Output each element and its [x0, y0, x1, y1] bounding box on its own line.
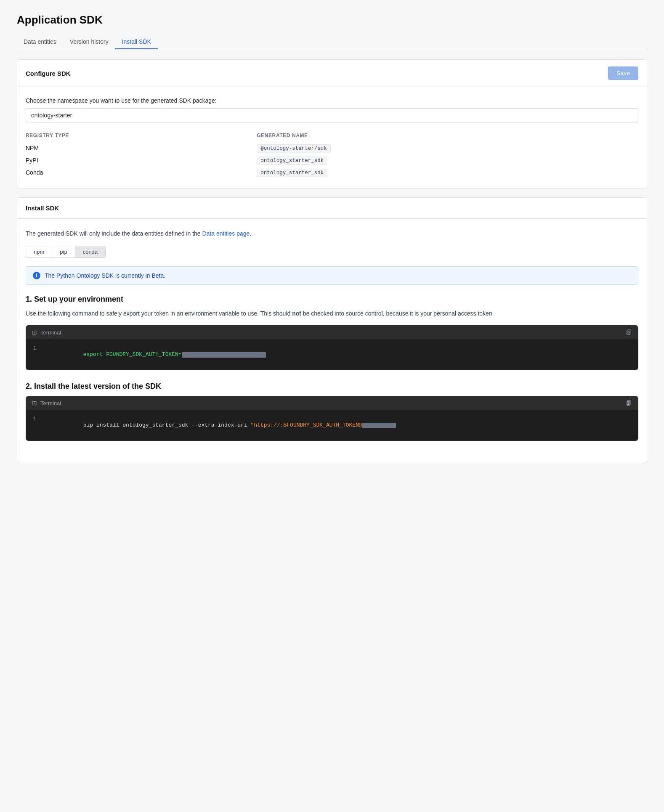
registry-row-pypi: PyPI ontology_starter_sdk [26, 154, 638, 166]
step1-desc-bold: not [292, 310, 301, 317]
package-tab-group: npm pip conda [26, 246, 638, 258]
copy-button-1[interactable]: 🗐 [626, 329, 632, 336]
line-num-1: 1 [33, 345, 39, 364]
terminal-header-left-1: ⊡ Terminal [32, 329, 61, 336]
step2-heading: 2. Install the latest version of the SDK [26, 382, 638, 391]
step1-description: Use the following command to safely expo… [26, 309, 638, 318]
data-entities-link[interactable]: Data entities page [202, 230, 250, 237]
token-redacted-2 [362, 423, 396, 428]
registry-table: Registry type Generated name NPM @ontolo… [26, 131, 638, 178]
tabs-nav: Data entities Version history Install SD… [17, 35, 647, 49]
registry-row-npm: NPM @ontology-starter/sdk [26, 142, 638, 154]
install-description: The generated SDK will only include the … [26, 229, 638, 238]
configure-sdk-card: Configure SDK Save Choose the namespace … [17, 59, 647, 189]
line-code-1: export FOUNDRY_SDK_AUTH_TOKEN= [44, 345, 266, 364]
terminal-icon-2: ⊡ [32, 400, 37, 406]
terminal-label-2: Terminal [40, 400, 61, 406]
beta-notice-banner: i The Python Ontology SDK is currently i… [26, 266, 638, 285]
page-title: Application SDK [17, 13, 647, 27]
pkg-tab-npm[interactable]: npm [26, 246, 52, 258]
install-sdk-card: Install SDK The generated SDK will only … [17, 197, 647, 463]
tab-data-entities[interactable]: Data entities [17, 35, 63, 49]
terminal-header-left-2: ⊡ Terminal [32, 400, 61, 406]
install-sdk-header: Install SDK [17, 198, 647, 219]
terminal-block-2: ⊡ Terminal 🗐 1 pip install ontology_star… [26, 396, 638, 441]
configure-sdk-title: Configure SDK [26, 70, 71, 77]
tab-version-history[interactable]: Version history [63, 35, 115, 49]
terminal-block-1: ⊡ Terminal 🗐 1 export FOUNDRY_SDK_AUTH_T… [26, 325, 638, 370]
namespace-input[interactable] [26, 108, 638, 122]
namespace-label: Choose the namespace you want to use for… [26, 97, 638, 104]
generated-name-header: Generated name [257, 131, 638, 142]
terminal-icon-1: ⊡ [32, 329, 37, 336]
step1-desc-after: be checked into source control, because … [301, 310, 494, 317]
save-button[interactable]: Save [608, 66, 638, 80]
registry-row-conda: Conda ontology_starter_sdk [26, 166, 638, 178]
beta-notice-text: The Python Ontology SDK is currently in … [45, 272, 165, 279]
token-url: "https://:$FOUNDRY_SDK_AUTH_TOKEN@ [251, 422, 362, 428]
pkg-tab-pip[interactable]: pip [52, 246, 74, 258]
generated-name-npm: @ontology-starter/sdk [257, 144, 331, 153]
terminal-header-2: ⊡ Terminal 🗐 [26, 396, 638, 410]
registry-type-npm: NPM [26, 142, 257, 154]
pkg-tab-conda[interactable]: conda [75, 246, 106, 258]
generated-name-pypi: ontology_starter_sdk [257, 157, 327, 165]
registry-type-header: Registry type [26, 131, 257, 142]
install-sdk-body: The generated SDK will only include the … [17, 219, 647, 463]
install-sdk-title: Install SDK [26, 204, 59, 212]
token-export: export FOUNDRY_SDK_AUTH_TOKEN= [83, 351, 182, 358]
info-icon: i [33, 272, 40, 279]
registry-type-conda: Conda [26, 166, 257, 178]
step1-heading: 1. Set up your environment [26, 295, 638, 304]
token-pip: pip install ontology_starter_sdk --extra… [83, 422, 251, 428]
install-desc-after: . [250, 230, 251, 237]
terminal-body-2: 1 pip install ontology_starter_sdk --ext… [26, 410, 638, 440]
terminal-label-1: Terminal [40, 329, 61, 336]
line-num-2: 1 [33, 416, 39, 435]
step1-desc-before: Use the following command to safely expo… [26, 310, 292, 317]
copy-button-2[interactable]: 🗐 [626, 400, 632, 406]
terminal-body-1: 1 export FOUNDRY_SDK_AUTH_TOKEN= [26, 339, 638, 370]
tab-install-sdk[interactable]: Install SDK [115, 35, 158, 49]
configure-sdk-header: Configure SDK Save [17, 60, 647, 87]
terminal-header-1: ⊡ Terminal 🗐 [26, 326, 638, 339]
line-code-2: pip install ontology_starter_sdk --extra… [44, 416, 396, 435]
terminal-line-1: 1 export FOUNDRY_SDK_AUTH_TOKEN= [33, 345, 631, 364]
terminal-line-2: 1 pip install ontology_starter_sdk --ext… [33, 416, 631, 435]
registry-type-pypi: PyPI [26, 154, 257, 166]
generated-name-conda: ontology_starter_sdk [257, 169, 327, 177]
install-desc-before: The generated SDK will only include the … [26, 230, 202, 237]
configure-sdk-body: Choose the namespace you want to use for… [17, 87, 647, 188]
token-redacted-1 [182, 352, 266, 358]
